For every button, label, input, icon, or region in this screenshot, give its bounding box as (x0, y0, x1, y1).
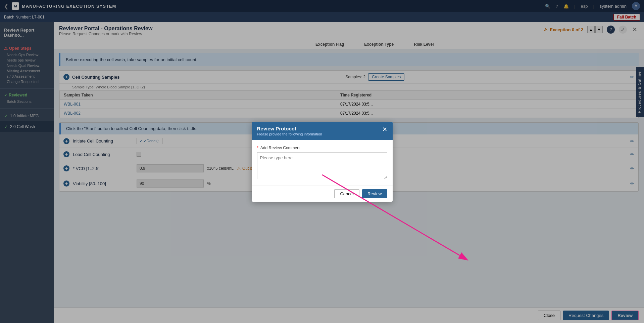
modal-close-button[interactable]: ✕ (382, 126, 387, 133)
review-comment-textarea[interactable] (257, 152, 387, 179)
modal-review-button[interactable]: Review (362, 189, 387, 198)
modal-header-content: Review Protocol Please provide the follo… (257, 126, 322, 136)
modal-title: Review Protocol (257, 126, 322, 131)
modal-overlay: Review Protocol Please provide the follo… (0, 0, 644, 323)
review-protocol-modal: Review Protocol Please provide the follo… (252, 122, 393, 202)
modal-subtitle: Please provide the following information (257, 132, 322, 136)
required-indicator: * (257, 146, 259, 150)
modal-cancel-button[interactable]: Cancel (334, 189, 359, 198)
modal-field-label: * Add Review Comment (257, 146, 387, 150)
modal-footer: Cancel Review (252, 186, 393, 202)
modal-header: Review Protocol Please provide the follo… (252, 122, 393, 140)
modal-body: * Add Review Comment (252, 140, 393, 186)
